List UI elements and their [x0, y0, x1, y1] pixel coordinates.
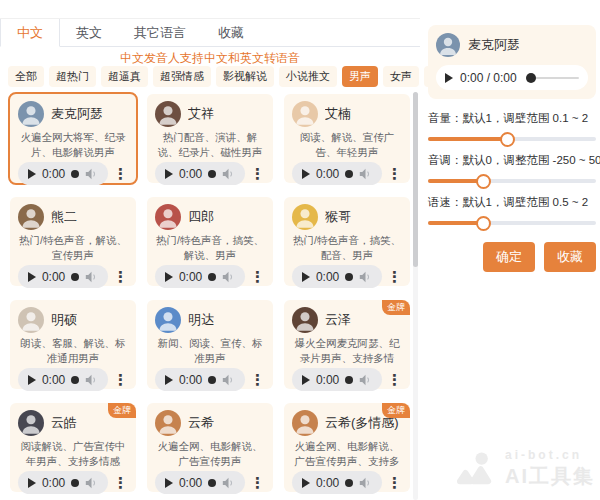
voice-description: 热门/特色声音，搞笑、配音、男声	[292, 233, 402, 264]
panel-progress-knob[interactable]	[526, 73, 536, 83]
audio-player-pill: 0:00	[18, 162, 108, 185]
voice-card[interactable]: 金牌 云泽 爆火全网麦克阿瑟、纪录片男声、支持多情感、多角色 0:00 ⋮	[282, 298, 412, 391]
filter-chip-female-voice[interactable]: 女声	[383, 66, 419, 87]
more-icon[interactable]: ⋮	[387, 475, 402, 490]
voice-name: 麦克阿瑟	[51, 105, 103, 123]
more-icon[interactable]: ⋮	[113, 269, 128, 284]
play-icon[interactable]	[302, 169, 310, 179]
slider-knob[interactable]	[476, 216, 491, 231]
slider-track[interactable]	[428, 179, 596, 183]
volume-icon[interactable]	[222, 271, 235, 283]
play-icon[interactable]	[302, 375, 310, 385]
slider-label: 音量：默认1，调壁范围 0.1 ~ 2	[428, 111, 596, 126]
voice-card[interactable]: 麦克阿瑟 火遍全网大将军、纪录片、电影解说男声 0:00 ⋮	[8, 92, 138, 185]
voice-card[interactable]: 艾祥 热门配音、演讲、解说、纪录片、磁性男声 0:00 ⋮	[145, 92, 275, 185]
play-icon[interactable]	[165, 272, 173, 282]
tab-chinese[interactable]: 中文	[0, 19, 60, 47]
filter-chip-super-emotional[interactable]: 超强情感	[153, 66, 211, 87]
volume-icon[interactable]	[222, 374, 235, 386]
slider-track[interactable]	[428, 137, 596, 141]
volume-icon[interactable]	[85, 374, 98, 386]
progress-dot[interactable]	[345, 273, 353, 281]
volume-icon[interactable]	[359, 374, 372, 386]
voice-name: 云泽	[325, 311, 351, 329]
sliders-section: 音量：默认1，调壁范围 0.1 ~ 2 音调：默认0，调整范围 -250 ~ 5…	[428, 111, 596, 225]
watermark-name: AI工具集	[505, 463, 595, 490]
filter-chip-male-voice[interactable]: 男声	[342, 66, 378, 87]
volume-icon[interactable]	[359, 271, 372, 283]
panel-progress-bar[interactable]	[526, 77, 579, 79]
more-icon[interactable]: ⋮	[387, 372, 402, 387]
play-icon[interactable]	[302, 272, 310, 282]
volume-icon[interactable]	[359, 168, 372, 180]
scrollbar-track[interactable]	[413, 92, 418, 500]
audio-player-pill: 0:00	[155, 162, 245, 185]
more-icon[interactable]: ⋮	[113, 372, 128, 387]
tab-other-languages[interactable]: 其它语言	[118, 19, 202, 46]
more-icon[interactable]: ⋮	[113, 475, 128, 490]
filter-chip-super-realistic[interactable]: 超逼真	[101, 66, 148, 87]
more-icon[interactable]: ⋮	[387, 166, 402, 181]
progress-dot[interactable]	[345, 479, 353, 487]
confirm-button[interactable]: 确定	[483, 242, 535, 272]
progress-dot[interactable]	[71, 376, 79, 384]
favorite-button[interactable]: 收藏	[544, 242, 596, 272]
volume-icon[interactable]	[222, 168, 235, 180]
voice-card[interactable]: 明硕 朗读、客服、解说、标准通用男声 0:00 ⋮	[8, 298, 138, 391]
volume-icon[interactable]	[85, 168, 98, 180]
voice-card[interactable]: 明达 新闻、阅读、宣传、标准男声 0:00 ⋮	[145, 298, 275, 391]
voice-name: 猴哥	[325, 208, 351, 226]
play-icon[interactable]	[165, 375, 173, 385]
volume-icon[interactable]	[85, 477, 98, 489]
play-icon[interactable]	[28, 375, 36, 385]
play-icon[interactable]	[165, 478, 173, 488]
slider-knob[interactable]	[500, 132, 515, 147]
more-icon[interactable]: ⋮	[250, 166, 265, 181]
play-icon[interactable]	[28, 169, 36, 179]
play-icon[interactable]	[302, 478, 310, 488]
progress-dot[interactable]	[208, 376, 216, 384]
more-icon[interactable]: ⋮	[250, 475, 265, 490]
progress-dot[interactable]	[208, 479, 216, 487]
tab-english[interactable]: 英文	[60, 19, 118, 46]
slider-track[interactable]	[428, 221, 596, 225]
filter-chip-super-hot[interactable]: 超热门	[49, 66, 96, 87]
filter-chip-all[interactable]: 全部	[8, 66, 44, 87]
scrollbar-thumb[interactable]	[413, 92, 418, 267]
volume-icon[interactable]	[359, 477, 372, 489]
slider-knob[interactable]	[476, 174, 491, 189]
more-icon[interactable]: ⋮	[113, 166, 128, 181]
slider-fill	[428, 221, 483, 225]
avatar	[18, 410, 44, 436]
volume-slider: 音量：默认1，调壁范围 0.1 ~ 2	[428, 111, 596, 141]
audio-player-pill: 0:00	[155, 265, 245, 288]
voice-card[interactable]: 金牌 云皓 阅读解说、广告宣传中年男声、支持多情感 0:00 ⋮	[8, 401, 138, 494]
voice-card[interactable]: 金牌 云希(多情感) 火遍全网、电影解说、广告宣传男声、支持多情感、多角色 0:…	[282, 401, 412, 494]
play-icon[interactable]	[445, 73, 453, 83]
progress-dot[interactable]	[71, 273, 79, 281]
progress-dot[interactable]	[345, 376, 353, 384]
filter-chip-novel-text[interactable]: 小说推文	[279, 66, 337, 87]
voice-card[interactable]: 四郎 热门/特色声音，搞笑、解说、男声 0:00 ⋮	[145, 195, 275, 288]
more-icon[interactable]: ⋮	[250, 269, 265, 284]
volume-icon[interactable]	[222, 477, 235, 489]
progress-dot[interactable]	[71, 479, 79, 487]
avatar	[155, 307, 181, 333]
voice-card[interactable]: 猴哥 热门/特色声音，搞笑、配音、男声 0:00 ⋮	[282, 195, 412, 288]
progress-dot[interactable]	[208, 170, 216, 178]
progress-dot[interactable]	[71, 170, 79, 178]
play-icon[interactable]	[28, 478, 36, 488]
voice-name: 明达	[188, 311, 214, 329]
filter-chip-movie-narration[interactable]: 影视解说	[216, 66, 274, 87]
voice-card[interactable]: 云希 火遍全网、电影解说、广告宣传男声 0:00 ⋮	[145, 401, 275, 494]
volume-icon[interactable]	[85, 271, 98, 283]
play-icon[interactable]	[165, 169, 173, 179]
more-icon[interactable]: ⋮	[387, 269, 402, 284]
progress-dot[interactable]	[208, 273, 216, 281]
tab-favorites[interactable]: 收藏	[202, 19, 260, 46]
progress-dot[interactable]	[345, 170, 353, 178]
more-icon[interactable]: ⋮	[250, 372, 265, 387]
voice-card[interactable]: 艾楠 阅读、解说、宣传广告、年轻男声 0:00 ⋮	[282, 92, 412, 185]
play-icon[interactable]	[28, 272, 36, 282]
voice-card[interactable]: 熊二 热门/特色声音，解说、宣传男声 0:00 ⋮	[8, 195, 138, 288]
